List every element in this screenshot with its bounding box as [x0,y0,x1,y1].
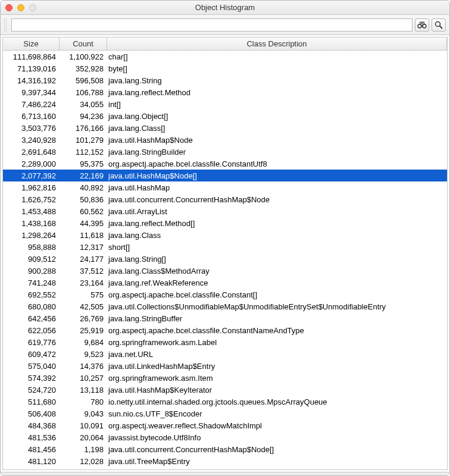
cell-size: 692,552 [3,290,60,299]
cell-count: 9,043 [60,409,107,418]
table-row[interactable]: 2,691,648112,152java.lang.StringBuilder [3,146,447,158]
cell-desc: java.lang.Class[] [107,124,447,133]
table-row[interactable]: 1,438,16844,395java.lang.reflect.Method[… [3,217,447,229]
table-row[interactable]: 524,72013,118java.util.HashMap$KeyIterat… [3,384,447,396]
table-row[interactable]: 3,503,776176,166java.lang.Class[] [3,122,447,134]
table-row[interactable]: 1,453,48860,562java.util.ArrayList [3,205,447,217]
table-row[interactable]: 9,397,344106,788java.lang.reflect.Method [3,86,447,98]
table-row[interactable]: 2,289,00095,375org.aspectj.apache.bcel.c… [3,158,447,170]
table-row[interactable]: 958,88812,317short[] [3,241,447,253]
cell-desc: char[] [107,52,447,61]
table-row[interactable]: 481,12012,028java.util.TreeMap$Entry [3,455,447,467]
cell-desc: java.net.URL [107,350,447,359]
cell-size: 506,408 [3,409,60,418]
cell-count: 26,769 [60,314,107,323]
cell-size: 575,040 [3,362,60,371]
cell-desc: java.lang.Class$MethodArray [107,267,447,275]
cell-size: 484,368 [3,421,60,430]
close-button[interactable] [5,4,12,11]
cell-desc: org.aspectj.weaver.reflect.ShadowMatchIm… [107,421,447,430]
cell-desc: javassist.bytecode.Utf8Info [107,433,447,442]
inspect-button[interactable] [432,18,446,32]
cell-desc: java.lang.Class [107,231,447,240]
cell-desc: sun.nio.cs.UTF_8$Encoder [107,409,447,418]
cell-size: 1,962,816 [3,183,60,192]
cell-desc: java.lang.String [107,76,447,85]
cell-count: 40,892 [60,183,107,192]
cell-size: 1,453,488 [3,207,60,216]
table-row[interactable]: 574,39210,257org.springframework.asm.Ite… [3,372,447,384]
table-row[interactable]: 71,139,016352,928byte[] [3,62,447,74]
table-row[interactable]: 1,962,81640,892java.util.HashMap [3,181,447,193]
cell-size: 14,316,192 [3,76,60,85]
toolbar-handle[interactable] [4,18,7,32]
table-row[interactable]: 622,05625,919org.aspectj.apache.bcel.cla… [3,324,447,336]
cell-desc: java.util.TreeMap$Entry [107,457,447,466]
table-row[interactable]: 680,08042,505java.util.Collections$Unmod… [3,300,447,312]
cell-count: 11,618 [60,231,107,240]
table-row[interactable]: 1,626,75250,836java.util.concurrent.Conc… [3,193,447,205]
table-body[interactable]: 111,698,8641,100,922char[]71,139,016352,… [3,51,447,469]
cell-size: 958,888 [3,243,60,252]
cell-size: 511,680 [3,397,60,406]
cell-size: 481,536 [3,433,60,442]
window: Object Histogram Size Count Class Descri… [0,0,450,476]
header-desc[interactable]: Class Description [107,37,447,50]
cell-count: 34,055 [60,100,107,109]
statusbar [1,472,449,475]
table-row[interactable]: 642,45626,769java.lang.StringBuffer [3,312,447,324]
cell-count: 1,198 [60,445,107,454]
table-row[interactable]: 900,28837,512java.lang.Class$MethodArray [3,265,447,277]
cell-size: 481,120 [3,457,60,466]
table-row[interactable]: 909,51224,177java.lang.String[] [3,253,447,265]
find-button[interactable] [415,18,429,32]
svg-point-3 [436,21,440,26]
cell-size: 2,289,000 [3,159,60,168]
table-row[interactable]: 111,698,8641,100,922char[] [3,51,447,62]
cell-count: 1,100,922 [60,52,107,61]
cell-desc: java.util.HashMap$Node [107,136,447,145]
table-row[interactable]: 506,4089,043sun.nio.cs.UTF_8$Encoder [3,408,447,419]
table-row[interactable]: 481,53620,064javassist.bytecode.Utf8Info [3,431,447,443]
table-row[interactable]: 3,240,928101,279java.util.HashMap$Node [3,134,447,146]
table-row[interactable]: 481,4561,198java.util.concurrent.Concurr… [3,443,447,455]
cell-count: 12,028 [60,457,107,466]
binoculars-icon [417,21,427,29]
table-row[interactable]: 511,680780io.netty.util.internal.shaded.… [3,396,447,408]
minimize-button[interactable] [17,4,24,11]
column-headers: Size Count Class Description [3,37,447,51]
cell-size: 3,240,928 [3,136,60,145]
zoom-button[interactable] [29,4,36,11]
table-row[interactable]: 6,713,16094,236java.lang.Object[] [3,110,447,122]
table-row[interactable]: 619,7769,684org.springframework.asm.Labe… [3,336,447,348]
table-row[interactable]: 741,24823,164java.lang.ref.WeakReference [3,277,447,289]
cell-count: 9,684 [60,338,107,347]
filter-input[interactable] [11,18,412,32]
cell-count: 112,152 [60,148,107,156]
cell-count: 780 [60,397,107,406]
cell-desc: org.aspectj.apache.bcel.classfile.Consta… [107,159,447,168]
cell-size: 619,776 [3,338,60,347]
cell-desc: byte[] [107,64,447,73]
table-row[interactable]: 2,077,39222,169java.util.HashMap$Node[] [3,170,447,181]
table-row[interactable]: 1,298,26411,618java.lang.Class [3,229,447,241]
cell-size: 642,456 [3,314,60,323]
header-count[interactable]: Count [60,37,107,50]
table-row[interactable]: 575,04014,376java.util.LinkedHashMap$Ent… [3,360,447,372]
cell-count: 10,015 [60,469,107,470]
cell-desc: java.util.concurrent.ConcurrentHashMap$N… [107,445,447,454]
table-row[interactable]: 609,4729,523java.net.URL [3,348,447,360]
cell-size: 111,698,864 [3,52,60,61]
table-row[interactable]: 7,486,22434,055int[] [3,98,447,110]
table-row[interactable]: 692,552575org.aspectj.apache.bcel.classf… [3,289,447,300]
table-row[interactable]: 484,36810,091org.aspectj.weaver.reflect.… [3,419,447,431]
cell-desc: java.lang.reflect.Method [107,88,447,97]
cell-desc: java.util.Collections$UnmodifiableMap$Un… [107,302,447,311]
cell-count: 10,257 [60,374,107,383]
table-row[interactable]: 14,316,192596,508java.lang.String [3,74,447,86]
table-row[interactable]: 480,72010,015org.aspectj.weaver.Unresolv… [3,467,447,469]
cell-count: 14,376 [60,362,107,371]
cell-size: 2,077,392 [3,171,60,180]
header-size[interactable]: Size [3,37,60,50]
cell-count: 24,177 [60,255,107,264]
